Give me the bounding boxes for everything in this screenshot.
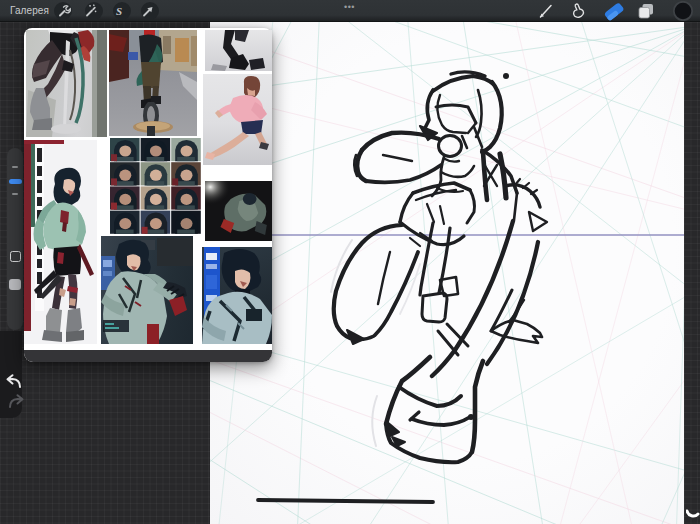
svg-text:S: S xyxy=(116,5,122,17)
